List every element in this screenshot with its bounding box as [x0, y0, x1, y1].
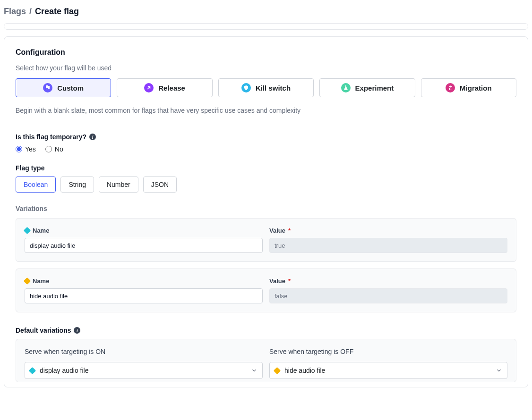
- arrow-up-right-icon: [144, 83, 154, 92]
- info-icon[interactable]: i: [74, 327, 80, 334]
- variation-value-input-0: [269, 238, 507, 253]
- flag-type-json[interactable]: JSON: [143, 176, 177, 193]
- required-asterisk: *: [288, 277, 291, 285]
- template-label: Experiment: [355, 84, 394, 92]
- template-release[interactable]: Release: [117, 78, 212, 97]
- default-variations-card: Serve when targeting is ON display audio…: [16, 339, 516, 382]
- variation-value-input-1: [269, 288, 507, 303]
- value-label-text: Value: [269, 277, 285, 285]
- serve-off-label: Serve when targeting is OFF: [269, 348, 507, 355]
- flag-type-chips: Boolean String Number JSON: [16, 176, 516, 193]
- required-asterisk: *: [288, 227, 291, 234]
- template-label: Kill switch: [256, 84, 291, 92]
- variation-name-label: Name: [25, 277, 263, 285]
- default-variations-label: Default variations i: [16, 327, 516, 334]
- temporary-yes-radio[interactable]: [16, 146, 22, 152]
- variation-name-label: Name: [25, 227, 263, 234]
- temporary-radio-group: Yes No: [16, 145, 516, 153]
- configuration-title: Configuration: [16, 48, 516, 57]
- diamond-icon: [24, 227, 31, 235]
- breadcrumb-parent[interactable]: Flags: [4, 7, 26, 16]
- name-label-text: Name: [33, 277, 49, 285]
- name-label-text: Name: [33, 227, 49, 234]
- template-label: Migration: [460, 84, 492, 92]
- template-description: Begin with a blank slate, most common fo…: [16, 107, 516, 114]
- variation-value-label: Value*: [269, 277, 507, 285]
- template-killswitch[interactable]: Kill switch: [218, 78, 314, 97]
- variation-name-input-1[interactable]: [25, 288, 263, 303]
- serve-off-value: hide audio file: [284, 367, 325, 374]
- temporary-yes-label: Yes: [25, 145, 36, 153]
- serve-off-select[interactable]: hide audio file: [269, 362, 507, 379]
- breadcrumb-separator: /: [28, 7, 33, 16]
- variation-value-label: Value*: [269, 227, 507, 234]
- shield-icon: [241, 83, 251, 92]
- default-variations-text: Default variations: [16, 327, 71, 334]
- diamond-icon: [24, 277, 31, 285]
- flag-icon: [43, 83, 52, 92]
- temporary-yes[interactable]: Yes: [16, 145, 36, 153]
- configuration-panel: Configuration Select how your flag will …: [4, 36, 528, 387]
- template-row: Custom Release Kill switch Experiment Mi…: [16, 78, 516, 97]
- template-label: Release: [158, 84, 185, 92]
- info-icon[interactable]: i: [89, 134, 96, 140]
- diamond-icon: [274, 367, 281, 374]
- template-label: Custom: [57, 84, 84, 92]
- swap-icon: [446, 83, 455, 92]
- variation-card-0: Name Value*: [16, 218, 516, 262]
- temporary-label: Is this flag temporary? i: [16, 133, 516, 141]
- temporary-no-radio[interactable]: [45, 146, 52, 152]
- breadcrumb-current: Create flag: [35, 7, 79, 16]
- configuration-hint: Select how your flag will be used: [16, 64, 516, 72]
- temporary-no[interactable]: No: [45, 145, 63, 153]
- variations-heading: Variations: [16, 205, 516, 212]
- temporary-label-text: Is this flag temporary?: [16, 133, 86, 141]
- variation-card-1: Name Value*: [16, 269, 516, 312]
- value-label-text: Value: [269, 227, 285, 234]
- variation-name-input-0[interactable]: [25, 238, 263, 253]
- flag-type-label: Flag type: [16, 164, 516, 172]
- serve-on-value: display audio file: [40, 367, 89, 374]
- temporary-no-label: No: [55, 145, 63, 153]
- flag-type-string[interactable]: String: [60, 176, 94, 193]
- diamond-icon: [29, 367, 36, 374]
- flask-icon: [341, 83, 351, 92]
- template-migration[interactable]: Migration: [421, 78, 516, 97]
- serve-on-label: Serve when targeting is ON: [25, 348, 263, 355]
- flag-type-boolean[interactable]: Boolean: [16, 176, 56, 193]
- serve-on-select[interactable]: display audio file: [25, 362, 263, 379]
- template-custom[interactable]: Custom: [16, 78, 111, 97]
- previous-panel-stub: [4, 23, 528, 30]
- chevron-down-icon: [251, 367, 257, 374]
- flag-type-number[interactable]: Number: [99, 176, 138, 193]
- template-experiment[interactable]: Experiment: [319, 78, 415, 97]
- breadcrumb: Flags / Create flag: [4, 4, 528, 23]
- chevron-down-icon: [496, 367, 502, 374]
